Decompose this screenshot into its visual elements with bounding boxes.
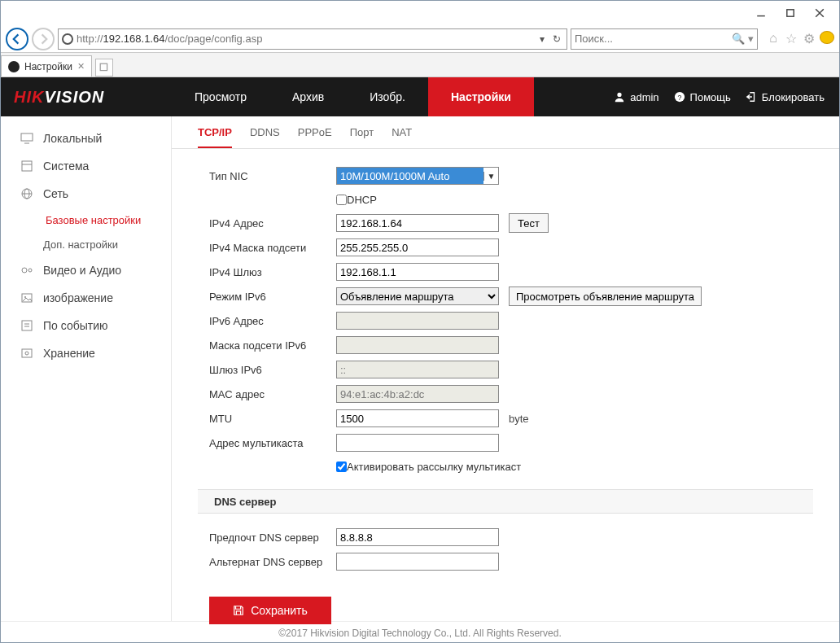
browser-toolbar: http://192.168.1.64/doc/page/config.asp …	[1, 25, 839, 53]
window-maximize-button[interactable]	[776, 2, 805, 24]
topnav-archive[interactable]: Архив	[269, 77, 347, 116]
sidebar-item-label: Локальный	[43, 132, 102, 145]
storage-icon	[20, 347, 33, 360]
nic-type-label: Тип NIC	[209, 170, 336, 182]
save-icon	[233, 605, 244, 616]
sidebar: Локальный Система Сеть Базовые настройки…	[1, 116, 172, 621]
nic-type-select[interactable]: 10M/100M/1000M Auto ▼	[336, 167, 499, 185]
globe-icon	[20, 187, 33, 200]
window-titlebar	[1, 1, 839, 25]
svg-point-16	[28, 269, 32, 272]
forward-button	[32, 28, 55, 50]
app-header: HIKVISION Просмотр Архив Изобр. Настройк…	[1, 77, 839, 116]
sidebar-item-local[interactable]: Локальный	[1, 125, 171, 152]
ipv6-address-label: IPv6 Адрес	[209, 315, 336, 327]
svg-rect-10	[22, 161, 32, 171]
star-icon[interactable]: ☆	[784, 31, 798, 46]
sidebar-item-video-audio[interactable]: Видео и Аудио	[1, 256, 171, 284]
browser-search-box[interactable]: 🔍 ▾	[571, 28, 758, 50]
search-dropdown-icon[interactable]: ▾	[745, 33, 754, 45]
sidebar-item-label: Видео и Аудио	[43, 264, 121, 277]
sidebar-item-label: По событию	[43, 319, 108, 332]
ipv6-mask-label: Маска подсети IPv6	[209, 339, 336, 352]
browser-tool-icons: ⌂ ☆ ⚙	[761, 31, 834, 46]
save-button[interactable]: Сохранить	[209, 597, 331, 624]
subtab-ddns[interactable]: DDNS	[250, 126, 280, 148]
logout-button[interactable]: Блокировать	[746, 91, 825, 103]
ipv4-mask-label: IPv4 Маска подсети	[209, 242, 336, 254]
sidebar-sub-advanced-settings[interactable]: Доп. настройки	[1, 232, 171, 256]
tcpip-form: Тип NIC 10M/100M/1000M Auto ▼ DHCP IPv4 …	[172, 149, 839, 624]
event-icon	[20, 319, 33, 332]
image-icon	[20, 291, 33, 304]
window-minimize-button[interactable]	[746, 2, 776, 24]
header-right: admin ? Помощь Блокировать	[614, 91, 839, 103]
sidebar-item-label: Система	[43, 160, 89, 173]
tab-favicon	[8, 61, 20, 72]
smiley-icon[interactable]	[820, 31, 834, 46]
sidebar-item-label: изображение	[43, 291, 113, 304]
refresh-icon[interactable]: ↻	[550, 33, 563, 45]
chevron-down-icon: ▼	[483, 172, 498, 181]
multicast-address-input[interactable]	[336, 434, 499, 452]
ipv4-mask-input[interactable]	[336, 238, 499, 256]
brand-logo: HIKVISION	[1, 88, 172, 107]
video-audio-icon	[20, 264, 33, 277]
topnav-image[interactable]: Изобр.	[347, 77, 428, 116]
sidebar-item-network[interactable]: Сеть	[1, 180, 171, 208]
home-icon[interactable]: ⌂	[766, 31, 781, 46]
subtab-nat[interactable]: NAT	[392, 126, 412, 148]
svg-rect-1	[787, 10, 794, 16]
topnav-settings[interactable]: Настройки	[428, 77, 534, 116]
sidebar-sub-basic-settings[interactable]: Базовые настройки	[0, 208, 171, 232]
svg-rect-4	[100, 63, 107, 70]
sidebar-item-label: Хранение	[43, 347, 95, 360]
enable-multicast-checkbox[interactable]	[336, 461, 347, 472]
address-bar[interactable]: http://192.168.1.64/doc/page/config.asp …	[58, 28, 567, 50]
globe-icon	[62, 33, 73, 45]
window-close-button[interactable]	[805, 2, 834, 24]
svg-text:?: ?	[677, 94, 681, 102]
footer-copyright: ©2017 Hikvision Digital Technology Co., …	[1, 621, 839, 643]
new-tab-button[interactable]	[95, 59, 113, 77]
ipv4-address-label: IPv4 Адрес	[209, 217, 336, 230]
browser-tab[interactable]: Настройки ✕	[1, 55, 92, 77]
dns-alternate-label: Альтернат DNS сервер	[209, 556, 336, 568]
subtab-tcpip[interactable]: TCP/IP	[198, 126, 232, 148]
mtu-input[interactable]	[336, 409, 499, 427]
dns-preferred-input[interactable]	[336, 528, 499, 546]
browser-search-input[interactable]	[575, 33, 732, 45]
user-indicator[interactable]: admin	[614, 91, 658, 103]
ipv4-address-input[interactable]	[336, 214, 499, 232]
sidebar-item-event[interactable]: По событию	[1, 312, 171, 339]
mtu-label: MTU	[209, 413, 336, 425]
url-text: http://192.168.1.64/doc/page/config.asp	[77, 33, 534, 45]
view-route-advertisement-button[interactable]: Просмотреть объявление маршрута	[509, 287, 702, 306]
sidebar-item-system[interactable]: Система	[1, 152, 171, 180]
back-button[interactable]	[6, 28, 28, 50]
svg-point-15	[22, 268, 27, 273]
main-area: Локальный Система Сеть Базовые настройки…	[1, 116, 839, 621]
dns-section-header: DNS сервер	[198, 489, 813, 514]
ipv6-mode-label: Режим IPv6	[209, 291, 336, 303]
subtab-pppoe[interactable]: PPPoE	[298, 126, 332, 148]
url-dropdown-icon[interactable]: ▾	[537, 33, 547, 45]
ipv4-gateway-input[interactable]	[336, 263, 499, 281]
gear-icon[interactable]: ⚙	[802, 31, 816, 46]
sidebar-item-storage[interactable]: Хранение	[1, 339, 171, 367]
browser-tabstrip: Настройки ✕	[1, 53, 839, 77]
help-button[interactable]: ? Помощь	[674, 91, 731, 103]
svg-rect-19	[22, 321, 32, 330]
dhcp-checkbox[interactable]	[336, 195, 347, 205]
topnav-preview[interactable]: Просмотр	[172, 77, 269, 116]
ipv6-mode-select[interactable]: Объявление маршрута	[336, 287, 499, 305]
nic-type-value: 10M/100M/1000M Auto	[337, 168, 483, 184]
tab-close-icon[interactable]: ✕	[77, 61, 85, 72]
subtab-port[interactable]: Порт	[350, 126, 374, 148]
dns-alternate-input[interactable]	[336, 553, 499, 571]
sidebar-item-image[interactable]: изображение	[1, 284, 171, 312]
test-button[interactable]: Тест	[509, 213, 549, 233]
search-icon[interactable]: 🔍	[732, 33, 745, 45]
dns-preferred-label: Предпочт DNS сервер	[209, 531, 336, 544]
system-icon	[20, 160, 33, 173]
